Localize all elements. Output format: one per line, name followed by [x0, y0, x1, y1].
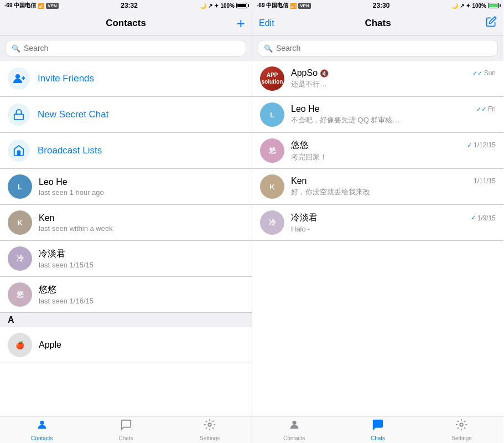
youyou-preview: 考完回家！	[291, 152, 496, 162]
left-settings-tab-icon	[204, 419, 216, 434]
contact-item-leng[interactable]: 冷 冷淡君 last seen 1/15/15	[0, 241, 252, 277]
appso-time: ✓✓ Sun	[472, 69, 496, 77]
appso-preview: 还是不行…	[291, 79, 496, 89]
add-contact-button[interactable]: +	[237, 16, 245, 30]
right-status-bar: -69 中国电信 📶 VPN 23:30 🌙 ↗ ✦ 100%	[252, 0, 503, 11]
left-search-input[interactable]	[24, 44, 240, 53]
contacts-panel: -69 中国电信 📶 VPN 23:32 🌙 ↗ ✦ 100% Contacts…	[0, 0, 252, 443]
left-nav-title: Contacts	[106, 18, 146, 29]
contact-item-apple[interactable]: 🍎 Apple	[0, 327, 252, 363]
avatar-apple: 🍎	[8, 333, 32, 357]
chat-item-ken[interactable]: K Ken 1/11/15 好，你没空就丢给我来改	[252, 169, 503, 205]
right-time: 23:30	[373, 2, 390, 9]
appso-top: AppSo 🔇 ✓✓ Sun	[291, 68, 496, 78]
chats-list: APPsolution AppSo 🔇 ✓✓ Sun 还是不行…	[252, 61, 503, 416]
ken-chat-preview: 好，你没空就丢给我来改	[291, 187, 496, 197]
left-tab-contacts[interactable]: Contacts	[0, 416, 84, 443]
you-info: 悠悠 last seen 1/16/15	[39, 284, 244, 305]
left-search-bar[interactable]: 🔍	[6, 40, 246, 56]
chats-panel: -69 中国电信 📶 VPN 23:30 🌙 ↗ ✦ 100% Edit Cha…	[252, 0, 503, 443]
right-status-right: 🌙 ↗ ✦ 100%	[451, 3, 499, 9]
lengdan-top: 冷淡君 ✓ 1/9/15	[291, 212, 496, 224]
right-tab-chats[interactable]: Chats	[336, 416, 419, 443]
leohe-time: ✓✓ Fri	[476, 105, 496, 113]
right-nav-title: Chats	[365, 18, 391, 29]
avatar-ken: K	[8, 210, 32, 235]
contact-item-leo[interactable]: L Leo He last seen 1 hour ago	[0, 169, 252, 205]
right-tab-settings[interactable]: Settings	[420, 416, 503, 443]
left-search-wrap: 🔍	[0, 35, 252, 61]
invite-icon	[8, 68, 30, 90]
right-settings-tab-icon	[455, 419, 467, 434]
leng-name: 冷淡君	[39, 248, 244, 260]
chat-item-youyou[interactable]: 悠 悠悠 ✓ 1/12/15 考完回家！	[252, 133, 503, 169]
contact-item-ken[interactable]: K Ken last seen within a week	[0, 205, 252, 241]
broadcast-icon	[8, 140, 30, 162]
svg-point-6	[292, 420, 296, 424]
right-vpn-badge: VPN	[298, 3, 310, 9]
avatar-you: 悠	[8, 282, 32, 307]
right-chats-tab-icon	[372, 419, 384, 434]
apple-name: Apple	[39, 340, 244, 350]
secret-chat-icon	[8, 104, 30, 126]
compose-button[interactable]	[486, 16, 497, 30]
right-battery-pct: 100%	[472, 3, 486, 9]
chat-item-leohe[interactable]: L Leo He ✓✓ Fri 不会吧，好像要先进 QQ 群审核…	[252, 97, 503, 133]
invite-friends-item[interactable]: Invite Friends	[0, 61, 252, 97]
right-battery-icon	[488, 3, 499, 8]
new-secret-chat-label: New Secret Chat	[38, 109, 109, 120]
right-tab-bar: Contacts Chats Settings	[252, 416, 503, 443]
avatar-appso: APPsolution	[260, 66, 284, 91]
contacts-list: Invite Friends New Secret Chat Broadcast…	[0, 61, 252, 416]
edit-button[interactable]: Edit	[259, 18, 274, 28]
right-wifi-icon: 📶	[290, 3, 297, 9]
svg-rect-3	[14, 114, 24, 120]
lengdan-check-icon: ✓	[471, 214, 476, 222]
left-wifi-icon: 📶	[38, 3, 44, 9]
youyou-time: ✓ 1/12/15	[467, 141, 496, 149]
avatar-youyou: 悠	[260, 138, 284, 163]
ken-chat-top: Ken 1/11/15	[291, 176, 496, 186]
avatar-ken-chat: K	[260, 174, 284, 199]
appso-mute-icon: 🔇	[320, 69, 329, 78]
avatar-leohe: L	[260, 102, 284, 127]
youyou-top: 悠悠 ✓ 1/12/15	[291, 140, 496, 151]
right-search-icon: 🔍	[264, 44, 273, 53]
leng-info: 冷淡君 last seen 1/15/15	[39, 248, 244, 269]
chat-item-appso[interactable]: APPsolution AppSo 🔇 ✓✓ Sun 还是不行…	[252, 61, 503, 97]
apple-info: Apple	[39, 340, 244, 350]
broadcast-lists-item[interactable]: Broadcast Lists	[0, 133, 252, 169]
left-chats-tab-icon	[120, 419, 132, 434]
appso-check-icon: ✓✓	[472, 70, 482, 77]
leo-info: Leo He last seen 1 hour ago	[39, 177, 244, 197]
right-contacts-tab-icon	[288, 419, 300, 434]
left-time: 23:32	[121, 2, 138, 9]
new-secret-chat-item[interactable]: New Secret Chat	[0, 97, 252, 133]
right-signal: -69 中国电信	[257, 2, 288, 9]
right-search-input[interactable]	[276, 44, 492, 53]
ken-info: Ken last seen within a week	[39, 213, 244, 233]
right-search-bar[interactable]: 🔍	[258, 40, 498, 56]
contact-item-you[interactable]: 悠 悠悠 last seen 1/16/15	[0, 277, 252, 313]
left-tab-chats[interactable]: Chats	[84, 416, 168, 443]
right-moon-icon: 🌙	[451, 3, 458, 9]
avatar-leng: 冷	[8, 246, 32, 271]
lengdan-info: 冷淡君 ✓ 1/9/15 Halo~	[291, 212, 496, 233]
leohe-name: Leo He	[291, 104, 320, 114]
chat-item-lengdan[interactable]: 冷 冷淡君 ✓ 1/9/15 Halo~	[252, 205, 503, 241]
leohe-check-icon: ✓✓	[476, 106, 486, 113]
leohe-preview: 不会吧，好像要先进 QQ 群审核…	[291, 115, 496, 125]
ken-chat-info: Ken 1/11/15 好，你没空就丢给我来改	[291, 176, 496, 197]
leohe-top: Leo He ✓✓ Fri	[291, 104, 496, 114]
left-nav-bar: Contacts +	[0, 11, 252, 35]
ken-sub: last seen within a week	[39, 224, 244, 233]
left-status-bar: -69 中国电信 📶 VPN 23:32 🌙 ↗ ✦ 100%	[0, 0, 252, 11]
left-tab-settings[interactable]: Settings	[168, 416, 252, 443]
left-battery-icon	[236, 3, 247, 8]
right-tab-contacts[interactable]: Contacts	[252, 416, 336, 443]
avatar-lengdan: 冷	[260, 210, 284, 235]
leohe-info: Leo He ✓✓ Fri 不会吧，好像要先进 QQ 群审核…	[291, 104, 496, 125]
left-search-icon: 🔍	[12, 44, 20, 53]
right-chats-tab-label: Chats	[371, 435, 385, 441]
right-settings-tab-label: Settings	[451, 435, 471, 441]
